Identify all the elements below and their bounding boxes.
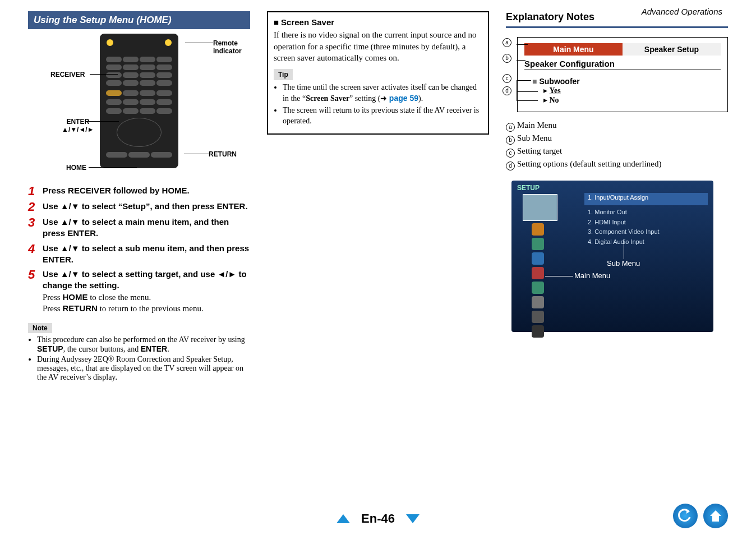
column-3: Explanatory Notes a b c d Main Menu Spea… xyxy=(506,11,728,383)
label-enter: ENTER ▲/▼/◄/► xyxy=(62,118,94,133)
t: Screen Saver xyxy=(306,94,349,103)
t: RECEIVER xyxy=(68,186,111,195)
step-number: 1 xyxy=(28,185,43,197)
setup-icon xyxy=(532,252,544,265)
legend-item: aMain Menu xyxy=(506,119,728,132)
t: ). xyxy=(418,94,423,103)
setup-title: SETUP xyxy=(517,184,540,192)
setup-icon xyxy=(532,325,544,338)
t: RETURN xyxy=(62,303,98,313)
setup-menu-item: 3. Component Video Input xyxy=(588,227,660,237)
step-number: 2 xyxy=(28,201,43,213)
page-number: En-46 xyxy=(361,511,395,526)
t: ENTER xyxy=(43,255,71,264)
t: . xyxy=(245,201,247,211)
page-link[interactable]: page 59 xyxy=(389,94,418,103)
example-menu-box: Main Menu Speaker Setup Speaker Configur… xyxy=(517,37,728,112)
setup-icon xyxy=(532,223,544,236)
column-2: Screen Saver If there is no video signal… xyxy=(267,11,489,383)
option-no: ▸ No xyxy=(543,95,721,105)
t: to close the menu. xyxy=(87,293,151,302)
t: . xyxy=(187,186,190,195)
setup-thumb xyxy=(523,194,557,221)
setup-screenshot: SETUP 1. Input/Output Assign 1. Monitor … xyxy=(511,181,713,332)
t: . xyxy=(71,255,73,264)
tab-main-menu: Main Menu xyxy=(524,43,623,56)
t: Press xyxy=(43,304,62,313)
subwoofer-label: Subwoofer xyxy=(532,77,721,86)
step-number: 4 xyxy=(28,243,43,255)
setup-menu-item: 2. HDMI Input xyxy=(588,218,660,228)
remote-image xyxy=(100,34,178,168)
note-item: During Audyssey 2EQ® Room Correction and… xyxy=(37,355,250,382)
step-4: 4 Use ▲/▼ to select a sub menu item, and… xyxy=(28,243,250,266)
setup-menu-items: 1. Monitor Out 2. HDMI Input 3. Componen… xyxy=(588,207,660,247)
setup-icon xyxy=(532,282,544,294)
next-page-icon[interactable] xyxy=(406,514,420,523)
setup-icon xyxy=(532,311,544,323)
t: to return to the previous menu. xyxy=(98,304,204,313)
label-receiver: RECEIVER xyxy=(50,71,85,79)
t: Use ▲/▼ to select a setting target, and … xyxy=(43,269,247,290)
setup-icon xyxy=(532,238,544,250)
setup-menu-item: 1. Monitor Out xyxy=(588,207,660,218)
legend-item: bSub Menu xyxy=(506,132,728,145)
legend-list: aMain Menu bSub Menu cSetting target dSe… xyxy=(506,119,728,170)
label-home: HOME xyxy=(66,164,86,172)
screen-saver-heading: Screen Saver xyxy=(274,17,482,28)
callout-main-menu: Main Menu xyxy=(574,271,610,280)
home-icon[interactable] xyxy=(703,504,728,528)
remote-diagram: Remote indicator RECEIVER ENTER ▲/▼/◄/► … xyxy=(28,34,250,179)
legend-item: cSetting target xyxy=(506,145,728,158)
back-icon[interactable] xyxy=(673,504,698,528)
legend-item: dSetting options (default setting underl… xyxy=(506,158,728,170)
section-title-bar: Using the Setup Menu (HOME) xyxy=(28,11,250,29)
t: ENTER xyxy=(217,201,246,211)
setup-icon-column xyxy=(532,223,548,340)
step-2: 2 Use ▲/▼ to select “Setup”, and then pr… xyxy=(28,201,250,213)
step-number: 3 xyxy=(28,216,43,229)
t: Yes xyxy=(550,86,561,95)
tab-speaker-setup: Speaker Setup xyxy=(623,43,721,56)
page-footer: En-46 xyxy=(0,511,756,526)
step-number: 5 xyxy=(28,269,43,281)
t: HOME xyxy=(62,292,87,302)
note-label: Note xyxy=(28,323,52,333)
step-5: 5 Use ▲/▼ to select a setting target, an… xyxy=(28,269,250,314)
setup-icon xyxy=(532,267,544,279)
column-1: Using the Setup Menu (HOME) Remote indic… xyxy=(28,11,250,383)
step-1: 1 Press RECEIVER followed by HOME. xyxy=(28,185,250,197)
screen-saver-paragraph: If there is no video signal on the curre… xyxy=(274,29,482,63)
callout-sub-menu: Sub Menu xyxy=(607,259,640,268)
t: . xyxy=(96,228,98,238)
screen-saver-box: Screen Saver If there is no video signal… xyxy=(267,11,489,135)
speaker-configuration: Speaker Configuration xyxy=(524,59,721,70)
t: followed by xyxy=(111,186,162,195)
t: Press xyxy=(43,293,62,302)
t: HOME xyxy=(162,186,187,195)
tip-item: The time until the screen saver activate… xyxy=(283,82,482,104)
label-remote-indicator: Remote indicator xyxy=(213,39,258,55)
t: No xyxy=(550,96,559,104)
t: Use ▲/▼ to select “Setup”, and then pres… xyxy=(43,201,217,211)
label-return: RETURN xyxy=(209,150,237,158)
t: ENTER xyxy=(67,228,96,238)
option-yes: ▸ Yes xyxy=(543,86,721,95)
t: Press xyxy=(43,186,68,195)
section-header: Advanced Operations xyxy=(642,7,722,16)
notes-list: This procedure can also be performed on … xyxy=(28,335,250,382)
tip-item: The screen will return to its previous s… xyxy=(283,105,482,127)
t: Use ▲/▼ to select a sub menu item, and t… xyxy=(43,243,249,253)
tab-bar: Main Menu Speaker Setup xyxy=(524,43,721,56)
tips-list: The time until the screen saver activate… xyxy=(274,82,482,127)
t: ” setting (➜ xyxy=(349,94,389,103)
setup-selected-item: 1. Input/Output Assign xyxy=(584,193,708,205)
title-rule xyxy=(506,26,728,28)
setup-icon xyxy=(532,296,544,308)
note-item: This procedure can also be performed on … xyxy=(37,335,250,354)
prev-page-icon[interactable] xyxy=(336,514,350,523)
step-3: 3 Use ▲/▼ to select a main menu item, an… xyxy=(28,216,250,239)
tip-label: Tip xyxy=(274,69,293,80)
